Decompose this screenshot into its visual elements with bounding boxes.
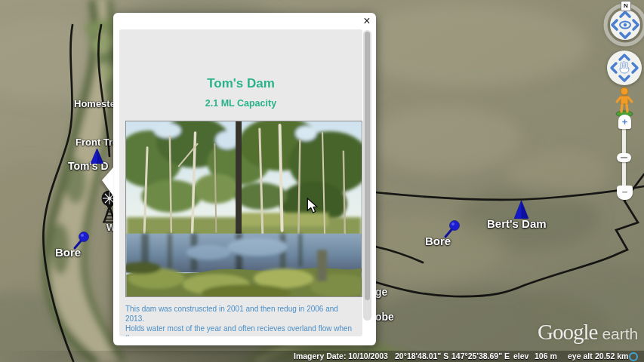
status-imagery-date: Imagery Date: 10/10/2003 bbox=[294, 351, 388, 360]
status-eye-alt-label: eye alt bbox=[568, 351, 593, 360]
status-latitude: 20°18'48.01" S bbox=[395, 351, 448, 360]
zoom-slider-thumb[interactable] bbox=[617, 153, 631, 162]
dam-photo bbox=[125, 121, 362, 297]
balloon-content: Tom's Dam 2.1 ML Capacity bbox=[119, 29, 362, 336]
google-earth-watermark: Google earth bbox=[538, 320, 638, 345]
zoom-out-button[interactable]: − bbox=[617, 186, 633, 200]
streaming-indicator-icon bbox=[629, 352, 638, 361]
balloon-scrollbar[interactable] bbox=[363, 30, 371, 321]
status-longitude: 147°25'38.69" E bbox=[451, 351, 510, 360]
move-joystick[interactable] bbox=[605, 48, 644, 87]
pushpin-marker-bore-left[interactable] bbox=[71, 231, 91, 250]
close-icon[interactable]: × bbox=[359, 14, 374, 29]
status-elev-value: 106 m bbox=[535, 351, 557, 360]
placemark-label-ge[interactable]: ge bbox=[375, 286, 387, 298]
placemark-label-berts-dam[interactable]: Bert's Dam bbox=[487, 217, 547, 230]
description-line: Holds water most of the year and often r… bbox=[125, 324, 356, 336]
dam-photo-scene bbox=[126, 121, 362, 296]
status-eye-alt-value: 20.52 km bbox=[595, 351, 628, 360]
google-logo: Google bbox=[538, 320, 597, 345]
balloon-subtitle: 2.1 ML Capacity bbox=[119, 98, 362, 109]
placemark-label-homestead[interactable]: Homeste bbox=[74, 98, 116, 109]
scrollbar-thumb[interactable] bbox=[365, 32, 370, 300]
google-earth-window: Homeste Front Tro Tom's D W Bore Bore Be… bbox=[0, 0, 644, 362]
description-line: This dam was construscted in 2001 and th… bbox=[125, 304, 356, 324]
pegman-icon[interactable] bbox=[613, 86, 636, 118]
placemark-label-obe[interactable]: obe bbox=[375, 311, 394, 323]
balloon-description: This dam was construscted in 2001 and th… bbox=[125, 304, 356, 336]
balloon-tail bbox=[102, 167, 113, 196]
earth-logo: earth bbox=[602, 325, 638, 343]
zoom-in-button[interactable]: + bbox=[618, 115, 631, 129]
info-balloon: × Tom's Dam 2.1 ML Capacity bbox=[113, 13, 376, 345]
placemark-label-front-trough[interactable]: Front Tro bbox=[75, 137, 119, 148]
north-indicator[interactable]: N bbox=[621, 1, 631, 11]
balloon-title: Tom's Dam bbox=[119, 76, 362, 91]
hand-icon bbox=[620, 62, 629, 74]
status-elev-label: elev bbox=[513, 351, 528, 360]
pushpin-marker-bore-right[interactable] bbox=[442, 219, 461, 239]
dam-cone-marker-toms[interactable] bbox=[91, 149, 103, 164]
dam-cone-marker-berts[interactable] bbox=[514, 201, 528, 219]
